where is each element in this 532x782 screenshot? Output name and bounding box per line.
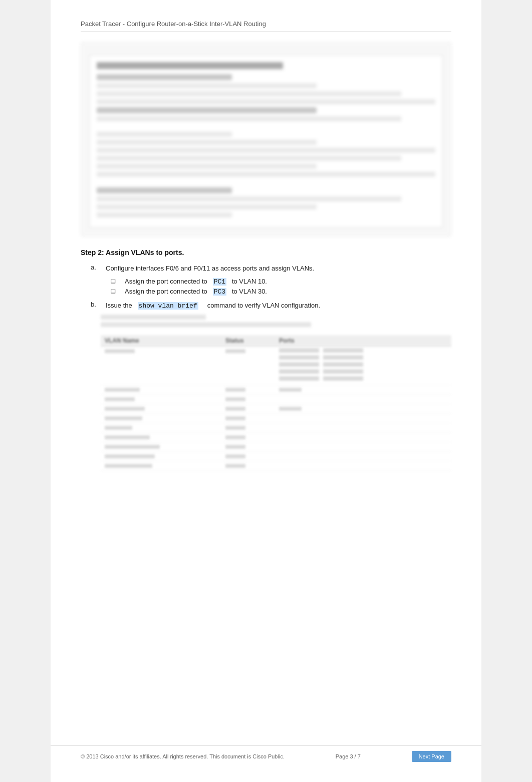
- vlan-cell: [101, 442, 221, 452]
- bullet-icon-1: ❑: [111, 278, 121, 285]
- vlan-cell: [101, 414, 221, 423]
- bullet-item-1: ❑ Assign the port connected to PC1 to VL…: [111, 278, 451, 286]
- table-row: [101, 395, 451, 404]
- vlan-table-body: [101, 347, 451, 471]
- footer-page-number: Page 3 / 7: [336, 753, 361, 759]
- page-footer: © 2013 Cisco and/or its affiliates. All …: [51, 745, 481, 767]
- ports-cell: [275, 347, 451, 385]
- blurred-command-label: [101, 315, 451, 327]
- vlan-cell: [101, 404, 221, 414]
- bullet-2-highlight: PC3: [213, 288, 226, 296]
- col-header-ports: Ports: [275, 335, 451, 347]
- vlan-cell: [101, 433, 221, 442]
- title-text: Packet Tracer - Configure Router-on-a-St…: [81, 20, 266, 28]
- sub-a-text: Configure interfaces F0/6 and F0/11 as a…: [106, 264, 314, 274]
- status-cell: [221, 423, 275, 433]
- status-cell: [221, 385, 275, 395]
- ports-cell: [275, 433, 451, 442]
- vlan-cell: [101, 461, 221, 471]
- status-cell: [221, 433, 275, 442]
- table-row: [101, 452, 451, 461]
- ports-cell: [275, 423, 451, 433]
- vlan-cell: [101, 385, 221, 395]
- status-cell: [221, 442, 275, 452]
- step2-heading-text: Step 2: Assign VLANs to ports.: [81, 248, 184, 256]
- bullet-icon-2: ❑: [111, 288, 121, 295]
- status-cell: [221, 461, 275, 471]
- table-row: [101, 414, 451, 423]
- sub-b-command: show vlan brief: [138, 302, 198, 310]
- col-header-status: Status: [221, 335, 275, 347]
- ports-cell: [275, 414, 451, 423]
- vlan-cell: [101, 347, 221, 385]
- ports-cell: [275, 404, 451, 414]
- ports-cell: [275, 442, 451, 452]
- status-cell: [221, 395, 275, 404]
- next-page-button[interactable]: Next Page: [412, 751, 451, 762]
- sub-item-a: a. Configure interfaces F0/6 and F0/11 a…: [81, 264, 451, 274]
- bullet-1-after: to VLAN 10.: [232, 278, 267, 285]
- ports-cell: [275, 385, 451, 395]
- table-row: [101, 433, 451, 442]
- table-row: [101, 442, 451, 452]
- vlan-table-area: VLAN Name Status Ports: [101, 335, 451, 471]
- status-cell: [221, 404, 275, 414]
- ports-cell: [275, 395, 451, 404]
- footer-left-text: © 2013 Cisco and/or its affiliates. All …: [81, 753, 285, 759]
- sub-b-before: Issue the: [106, 302, 132, 309]
- vlan-cell: [101, 452, 221, 461]
- table-row: [101, 461, 451, 471]
- bullet-1-before: Assign the port connected to: [125, 278, 207, 285]
- vlan-cell: [101, 423, 221, 433]
- sub-b-text: Issue the show vlan brief command to ver…: [106, 301, 320, 311]
- table-row: [101, 404, 451, 414]
- step2-heading: Step 2: Assign VLANs to ports.: [81, 248, 451, 256]
- status-cell: [221, 347, 275, 385]
- bullet-item-2: ❑ Assign the port connected to PC3 to VL…: [111, 288, 451, 296]
- bullet-2-text: Assign the port connected to PC3 to VLAN…: [125, 288, 267, 296]
- ports-cell: [275, 461, 451, 471]
- page-wrapper: Packet Tracer - Configure Router-on-a-St…: [51, 0, 481, 782]
- blurred-top-section: [81, 42, 451, 236]
- sub-item-b: b. Issue the show vlan brief command to …: [81, 301, 451, 311]
- table-row: [101, 385, 451, 395]
- status-cell: [221, 452, 275, 461]
- sub-b-label: b.: [91, 301, 106, 311]
- vlan-cell: [101, 395, 221, 404]
- bullet-1-text: Assign the port connected to PC1 to VLAN…: [125, 278, 267, 286]
- bullet-2-before: Assign the port connected to: [125, 288, 207, 295]
- bullet-2-after: to VLAN 30.: [232, 288, 267, 295]
- page-title: Packet Tracer - Configure Router-on-a-St…: [81, 20, 451, 32]
- col-header-vlan-name: VLAN Name: [101, 335, 221, 347]
- blurred-content-box: [89, 55, 443, 228]
- bullet-list: ❑ Assign the port connected to PC1 to VL…: [111, 278, 451, 296]
- ports-cell: [275, 452, 451, 461]
- table-row: [101, 347, 451, 385]
- bullet-1-highlight: PC1: [213, 278, 226, 286]
- table-row: [101, 423, 451, 433]
- sub-b-after: command to verify VLAN configuration.: [207, 302, 320, 309]
- vlan-table: VLAN Name Status Ports: [101, 335, 451, 471]
- status-cell: [221, 414, 275, 423]
- sub-a-label: a.: [91, 264, 106, 274]
